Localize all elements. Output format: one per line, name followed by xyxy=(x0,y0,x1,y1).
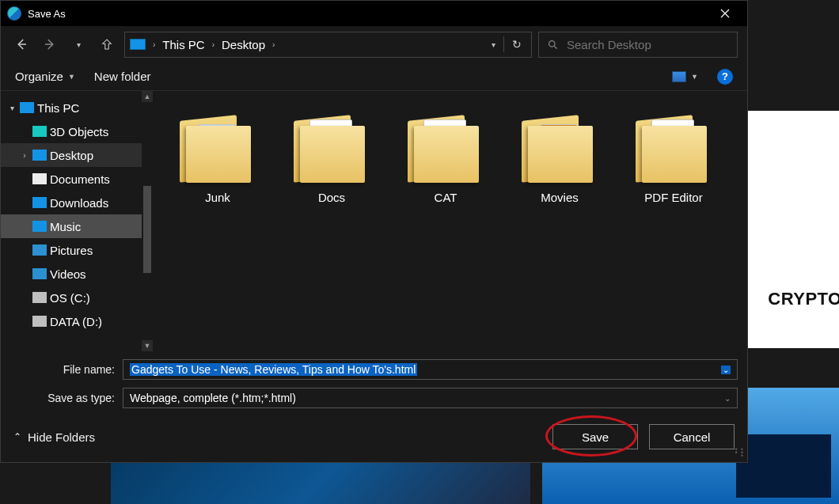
fields-area: File name: Gadgets To Use - News, Review… xyxy=(1,351,747,415)
breadcrumb-location[interactable]: Desktop xyxy=(217,38,270,51)
up-button[interactable] xyxy=(96,33,118,55)
drive-icon xyxy=(32,292,47,303)
organize-menu[interactable]: Organize▼ xyxy=(15,70,75,83)
tree-item-3d-objects[interactable]: 3D Objects xyxy=(1,119,153,143)
tree-label: Desktop xyxy=(50,149,93,162)
download-icon xyxy=(32,197,47,208)
search-icon xyxy=(547,39,559,51)
pc-icon xyxy=(20,102,34,113)
item-label: Junk xyxy=(205,191,230,204)
tree-label: DATA (D:) xyxy=(50,315,102,328)
view-menu[interactable]: ▼ xyxy=(672,71,698,82)
music-icon xyxy=(32,221,47,232)
edge-icon xyxy=(7,6,21,21)
tree-item-desktop[interactable]: › Desktop xyxy=(1,143,153,167)
resize-grip[interactable]: ▪ ▪▪ ▪ ▪ xyxy=(733,448,744,459)
refresh-button[interactable]: ↻ xyxy=(507,38,526,51)
tree-label: Downloads xyxy=(50,196,108,210)
nav-row: ▾ › This PC › Desktop › ▾ ↻ xyxy=(1,26,747,63)
tree-item-videos[interactable]: Videos xyxy=(1,262,153,286)
save-as-dialog: Save As ▾ › This PC › Desktop › ▾ ↻ Or xyxy=(0,0,748,463)
savetype-label: Save as type: xyxy=(10,392,115,404)
item-label: PDF Editor xyxy=(644,191,702,204)
tree-item-os-c[interactable]: OS (C:) xyxy=(1,286,153,309)
footer: ⌃ Hide Folders Save Cancel xyxy=(1,415,747,462)
folder-movies[interactable]: Movies xyxy=(504,107,615,204)
item-label: Movies xyxy=(541,191,579,204)
hide-folders-button[interactable]: ⌃ Hide Folders xyxy=(13,430,95,444)
item-label: Docs xyxy=(318,191,345,204)
cube-icon xyxy=(32,126,47,137)
view-icon xyxy=(672,71,686,82)
toolbar: Organize▼ New folder ▼ ? xyxy=(1,63,747,91)
chevron-down-icon: ⌃ xyxy=(13,431,21,442)
filename-input[interactable]: Gadgets To Use - News, Reviews, Tips and… xyxy=(123,359,738,380)
scroll-down-button[interactable]: ▼ xyxy=(142,340,153,351)
savetype-value: Webpage, complete (*.htm;*.html) xyxy=(130,392,296,404)
file-list[interactable]: Junk PDF Docs PDF CAT Movies PDF Editor xyxy=(153,91,747,351)
videos-icon xyxy=(32,268,47,279)
document-icon xyxy=(32,173,47,184)
tree-item-this-pc[interactable]: ▾ This PC xyxy=(1,96,153,119)
desktop-icon xyxy=(32,150,47,161)
address-bar[interactable]: › This PC › Desktop › ▾ ↻ xyxy=(124,32,532,58)
folder-cat[interactable]: PDF CAT xyxy=(390,107,501,204)
new-folder-button[interactable]: New folder xyxy=(94,70,151,83)
forward-button[interactable] xyxy=(39,33,61,55)
dialog-title: Save As xyxy=(28,8,66,20)
tree-label: Documents xyxy=(50,172,110,186)
folder-pdf-editor[interactable]: PDF Editor xyxy=(618,107,729,204)
scroll-up-button[interactable]: ▲ xyxy=(142,91,153,102)
scroll-thumb[interactable] xyxy=(143,186,151,273)
tree-item-data-d[interactable]: DATA (D:) xyxy=(1,309,153,333)
tree-label: OS (C:) xyxy=(50,291,90,305)
back-button[interactable] xyxy=(10,33,32,55)
tree-item-downloads[interactable]: Downloads xyxy=(1,191,153,214)
tree-item-pictures[interactable]: Pictures xyxy=(1,238,153,262)
chevron-right-icon: › xyxy=(150,40,158,49)
hide-folders-label: Hide Folders xyxy=(28,430,95,444)
address-dropdown[interactable]: ▾ xyxy=(487,40,500,49)
svg-point-0 xyxy=(549,40,556,47)
close-button[interactable] xyxy=(709,1,741,26)
tree-label: This PC xyxy=(37,101,79,115)
help-button[interactable]: ? xyxy=(717,69,733,85)
folder-junk[interactable]: Junk xyxy=(162,107,273,204)
tree-item-documents[interactable]: Documents xyxy=(1,167,153,191)
chevron-right-icon: › xyxy=(270,40,277,49)
filename-value: Gadgets To Use - News, Reviews, Tips and… xyxy=(130,363,417,376)
tree-label: 3D Objects xyxy=(50,125,108,138)
savetype-select[interactable]: Webpage, complete (*.htm;*.html) ⌄ xyxy=(123,388,738,408)
tree-label: Music xyxy=(50,220,81,233)
search-input[interactable] xyxy=(567,38,729,51)
tree-scrollbar[interactable]: ▲ ▼ xyxy=(142,91,153,351)
filename-label: File name: xyxy=(10,363,115,376)
cancel-button[interactable]: Cancel xyxy=(649,424,735,449)
recent-dropdown[interactable]: ▾ xyxy=(67,33,89,55)
search-box[interactable] xyxy=(538,32,738,58)
chevron-right-icon[interactable]: › xyxy=(20,151,29,160)
breadcrumb-root[interactable]: This PC xyxy=(158,38,209,51)
save-button[interactable]: Save xyxy=(552,424,638,449)
drive-icon xyxy=(32,316,47,327)
item-label: CAT xyxy=(435,191,457,204)
tree-item-music[interactable]: Music xyxy=(1,214,153,238)
chevron-down-icon[interactable]: ▾ xyxy=(7,104,17,112)
tree-label: Pictures xyxy=(50,244,93,257)
nav-tree[interactable]: ▾ This PC 3D Objects › Desktop Documents xyxy=(1,91,153,351)
folder-docs[interactable]: PDF Docs xyxy=(276,107,387,204)
chevron-down-icon[interactable]: ⌄ xyxy=(724,394,731,403)
pc-icon xyxy=(130,39,146,50)
titlebar: Save As xyxy=(1,1,747,26)
chevron-right-icon: › xyxy=(210,40,217,49)
chevron-down-icon[interactable]: ⌄ xyxy=(721,366,731,374)
tree-label: Videos xyxy=(50,267,86,281)
pictures-icon xyxy=(32,244,47,256)
main-area: ▾ This PC 3D Objects › Desktop Documents xyxy=(1,91,747,351)
background-thumbnail-left xyxy=(111,459,530,504)
